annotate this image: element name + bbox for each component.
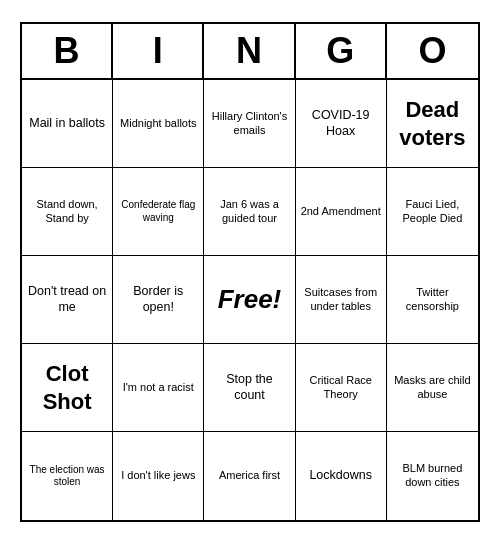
- bingo-cell: BLM burned down cities: [387, 432, 478, 520]
- bingo-cell: Mail in ballots: [22, 80, 113, 168]
- bingo-cell: America first: [204, 432, 295, 520]
- bingo-card: BINGO Mail in ballotsMidnight ballotsHil…: [20, 22, 480, 522]
- header-letter: G: [296, 24, 387, 78]
- bingo-cell: Don't tread on me: [22, 256, 113, 344]
- bingo-cell: Midnight ballots: [113, 80, 204, 168]
- header-letter: B: [22, 24, 113, 78]
- header-letter: I: [113, 24, 204, 78]
- bingo-cell: Suitcases from under tables: [296, 256, 387, 344]
- bingo-cell: Stop the count: [204, 344, 295, 432]
- bingo-header: BINGO: [22, 24, 478, 80]
- bingo-cell: I'm not a racist: [113, 344, 204, 432]
- bingo-cell: Lockdowns: [296, 432, 387, 520]
- header-letter: N: [204, 24, 295, 78]
- bingo-cell: The election was stolen: [22, 432, 113, 520]
- bingo-cell: Stand down, Stand by: [22, 168, 113, 256]
- bingo-cell: Jan 6 was a guided tour: [204, 168, 295, 256]
- bingo-cell: Confederate flag waving: [113, 168, 204, 256]
- bingo-cell: Border is open!: [113, 256, 204, 344]
- bingo-cell: Twitter censorship: [387, 256, 478, 344]
- bingo-cell: Dead voters: [387, 80, 478, 168]
- bingo-cell: Hillary Clinton's emails: [204, 80, 295, 168]
- bingo-cell: COVID-19 Hoax: [296, 80, 387, 168]
- bingo-cell: 2nd Amendment: [296, 168, 387, 256]
- bingo-grid: Mail in ballotsMidnight ballotsHillary C…: [22, 80, 478, 520]
- bingo-cell: Masks are child abuse: [387, 344, 478, 432]
- bingo-cell: Fauci Lied, People Died: [387, 168, 478, 256]
- bingo-cell: Free!: [204, 256, 295, 344]
- bingo-cell: I don't like jews: [113, 432, 204, 520]
- header-letter: O: [387, 24, 478, 78]
- bingo-cell: Clot Shot: [22, 344, 113, 432]
- bingo-cell: Critical Race Theory: [296, 344, 387, 432]
